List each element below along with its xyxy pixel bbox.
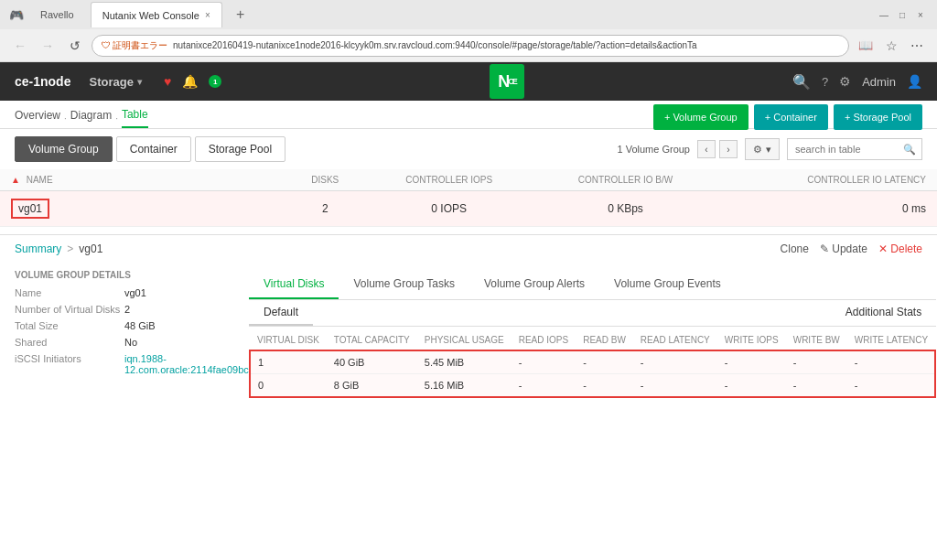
detail-cell-ri-1: - (512, 350, 576, 374)
detail-cell-vd-1: 1 (250, 350, 327, 374)
detail-value-iscsi: iqn.1988-12.com.oracle:2114fae09bc3 (124, 353, 254, 375)
clone-action[interactable]: Clone (781, 242, 809, 255)
table-row: vg01 2 0 IOPS 0 KBps 0 ms (0, 191, 937, 227)
detail-value-name: vg01 (124, 287, 146, 298)
cluster-name: ce-1node (15, 74, 70, 89)
detail-col-read-bw[interactable]: READ BW (576, 330, 633, 350)
cell-disks: 2 (286, 191, 364, 227)
gear-dropdown-arrow: ▾ (766, 144, 771, 156)
address-text: nutanixce20160419-nutanixce1node2016-klc… (173, 40, 839, 50)
detail-col-total-capacity[interactable]: TOTAL CAPACITY (327, 330, 417, 350)
settings-gear-button[interactable]: ⚙ ▾ (745, 138, 780, 160)
detail-cell-pu-1: 5.45 MiB (417, 350, 512, 374)
detail-table-row: 1 40 GiB 5.45 MiB - - - - - - (250, 350, 935, 374)
detail-label-num-disks: Number of Virtual Disks (15, 304, 124, 315)
detail-label-iscsi: iSCSI Initiators (15, 353, 124, 364)
detail-cell-wl-1: - (847, 350, 935, 374)
detail-cell-tc-2: 8 GiB (327, 374, 417, 398)
delete-action[interactable]: ✕ Delete (878, 242, 922, 255)
summary-breadcrumb-home[interactable]: Summary (15, 242, 61, 255)
search-header-icon[interactable]: 🔍 (792, 73, 811, 91)
new-tab-button[interactable]: + (230, 4, 252, 26)
detail-cell-wb-1: - (786, 350, 847, 374)
storage-nav-label[interactable]: Storage (89, 75, 133, 89)
col-header-ctrl-iops[interactable]: CONTROLLER IOPS (364, 169, 534, 191)
detail-cell-rb-2: - (576, 374, 633, 398)
notification-badge: 1 (209, 75, 221, 88)
nav-sep-1: · (64, 113, 67, 124)
nutanix-logo: NCE (490, 64, 524, 99)
refresh-button[interactable]: ↺ (64, 35, 86, 57)
settings-header-icon[interactable]: ⚙ (839, 74, 851, 89)
back-button[interactable]: ← (9, 35, 31, 57)
table-search-icon[interactable]: 🔍 (898, 144, 921, 156)
storage-dropdown-arrow[interactable]: ▾ (137, 77, 142, 87)
detail-cell-rl-2: - (633, 374, 717, 398)
menu-icon[interactable]: ⋯ (906, 35, 928, 57)
detail-cell-tc-1: 40 GiB (327, 350, 417, 374)
container-tab[interactable]: Container (116, 136, 191, 162)
user-label: Admin (862, 75, 896, 89)
col-header-disks[interactable]: DISKS (286, 169, 364, 191)
sub-tab-default[interactable]: Default (249, 300, 313, 326)
panel-tab-alerts[interactable]: Volume Group Alerts (469, 270, 599, 299)
close-button[interactable]: × (913, 7, 928, 22)
cell-ctrl-latency: 0 ms (716, 191, 937, 227)
app-tab-inactive[interactable]: Ravello (31, 9, 83, 20)
add-volume-group-button[interactable]: + Volume Group (653, 104, 749, 130)
cell-name[interactable]: vg01 (0, 191, 286, 227)
active-tab[interactable]: Nutanix Web Console × (91, 2, 222, 27)
next-page-button[interactable]: › (719, 140, 738, 158)
help-icon[interactable]: ? (822, 75, 828, 89)
maximize-button[interactable]: □ (895, 7, 910, 22)
volume-group-count: 1 Volume Group (618, 144, 691, 155)
add-container-button[interactable]: + Container (754, 104, 828, 130)
bookmark-icon[interactable]: ☆ (880, 35, 902, 57)
heart-icon[interactable]: ♥ (164, 74, 171, 89)
detail-value-num-disks: 2 (124, 304, 130, 315)
table-search-input[interactable] (788, 144, 898, 155)
detail-label-shared: Shared (15, 337, 124, 348)
detail-value-total-size: 48 GiB (124, 320, 156, 331)
nav-overview[interactable]: Overview (15, 109, 60, 127)
update-action[interactable]: ✎ Update (820, 242, 867, 255)
reader-icon[interactable]: 📖 (855, 35, 877, 57)
prev-page-button[interactable]: ‹ (697, 140, 716, 158)
panel-tab-tasks[interactable]: Volume Group Tasks (339, 270, 469, 299)
col-header-ctrl-bw[interactable]: CONTROLLER IO B/W (534, 169, 716, 191)
col-header-ctrl-latency[interactable]: CONTROLLER IO LATENCY (716, 169, 937, 191)
vg-details-title: VOLUME GROUP DETAILS (15, 270, 234, 280)
tab-label: Nutanix Web Console (102, 10, 199, 21)
user-icon[interactable]: 👤 (907, 74, 922, 89)
security-badge: 🛡 証明書エラー (102, 39, 167, 52)
panel-tab-virtual-disks[interactable]: Virtual Disks (249, 270, 339, 299)
cell-ctrl-bw: 0 KBps (534, 191, 716, 227)
detail-cell-ri-2: - (512, 374, 576, 398)
breadcrumb-arrow: > (67, 242, 73, 255)
bell-icon[interactable]: 🔔 (182, 74, 198, 89)
detail-cell-vd-2: 0 (250, 374, 327, 398)
detail-col-write-latency[interactable]: WRITE LATENCY (847, 330, 935, 350)
cell-ctrl-iops: 0 IOPS (364, 191, 534, 227)
detail-label-total-size: Total Size (15, 320, 124, 331)
nav-table[interactable]: Table (122, 108, 148, 128)
minimize-button[interactable]: — (877, 7, 891, 22)
detail-col-physical-usage[interactable]: PHYSICAL USAGE (417, 330, 512, 350)
detail-cell-rl-1: - (633, 350, 717, 374)
detail-col-read-latency[interactable]: READ LATENCY (633, 330, 717, 350)
col-header-name[interactable]: ▲ NAME (0, 169, 286, 191)
forward-button[interactable]: → (37, 35, 59, 57)
tab-close-icon[interactable]: × (205, 10, 210, 20)
panel-tab-events[interactable]: Volume Group Events (599, 270, 736, 299)
sub-tab-additional[interactable]: Additional Stats (831, 300, 936, 326)
nav-diagram[interactable]: Diagram (70, 109, 112, 127)
detail-col-write-bw[interactable]: WRITE BW (786, 330, 847, 350)
storage-pool-tab[interactable]: Storage Pool (195, 136, 285, 162)
detail-col-read-iops[interactable]: READ IOPS (512, 330, 576, 350)
detail-col-virtual-disk[interactable]: VIRTUAL DISK (250, 330, 327, 350)
gear-icon: ⚙ (753, 144, 762, 156)
volume-group-tab[interactable]: Volume Group (15, 136, 113, 162)
detail-col-write-iops[interactable]: WRITE IOPS (717, 330, 786, 350)
detail-table-row: 0 8 GiB 5.16 MiB - - - - - - (250, 374, 935, 398)
add-storage-pool-button[interactable]: + Storage Pool (834, 104, 922, 130)
